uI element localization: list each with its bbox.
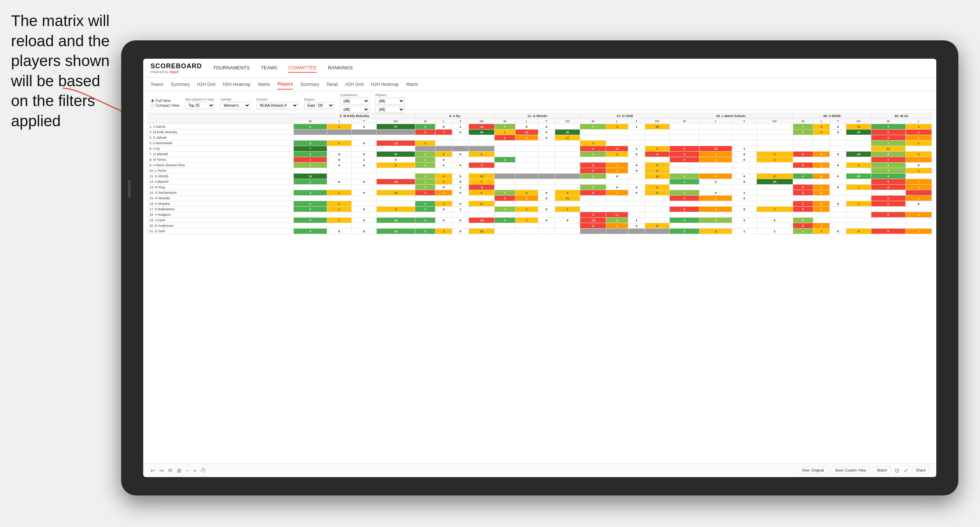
cell-r5-c18: 0 (732, 152, 757, 157)
sub-nav-teams[interactable]: Teams (151, 79, 163, 89)
cell-r3-c4: 1 (415, 141, 436, 146)
view-original-button[interactable]: View: Original (798, 467, 827, 474)
cell-r4-c3 (376, 146, 415, 152)
sh-w3: W (495, 119, 515, 124)
cell-r5-c0: 3 (294, 152, 327, 157)
cell-r18-c6 (452, 223, 469, 229)
cell-r9-c11 (555, 174, 580, 179)
undo-icon[interactable]: ↩ (151, 468, 155, 473)
sub-nav-h2h-heatmap2[interactable]: H2H Heatmap (371, 79, 399, 89)
cell-r4-c8 (495, 146, 515, 152)
cell-r10-c7: 4 (469, 179, 495, 184)
cell-r13-c7 (469, 195, 495, 201)
cell-r12-c6: 0 (452, 190, 469, 195)
cell-r4-c17: 25 (700, 146, 732, 152)
nav-committee[interactable]: COMMITTEE (288, 63, 317, 73)
sub-nav-players[interactable]: Players (277, 79, 293, 90)
cell-r5-c8 (495, 152, 515, 157)
sub-nav-summary[interactable]: Summary (171, 79, 189, 89)
players-select2[interactable]: (All) (375, 106, 405, 113)
cell-r3-c8 (495, 141, 515, 146)
cell-r6-c15 (645, 157, 669, 163)
cell-r15-c10: 0 (538, 206, 555, 212)
toolbar-icon2[interactable]: ⊡ (895, 468, 899, 473)
max-players-select[interactable]: Top 25 (185, 102, 215, 109)
cell-r3-c19 (756, 141, 793, 146)
sub-nav-matrix[interactable]: Matrix (258, 79, 270, 89)
cell-r17-c6: 0 (452, 217, 469, 223)
cell-r2-c0 (294, 135, 327, 141)
cell-r4-c16: 0 (669, 146, 699, 152)
sub-nav-h2h-grid2[interactable]: H2H Grid (345, 79, 364, 89)
cell-r8-c7 (469, 168, 495, 174)
player-name-2: 3. S Jelinek (148, 135, 294, 141)
nav-tournaments[interactable]: TOURNAMENTS (213, 63, 250, 73)
cell-r12-c4: 0 (415, 190, 436, 195)
cell-r7-c5: 0 (436, 163, 452, 168)
cell-r13-c20 (793, 195, 813, 201)
cell-r10-c19: 25 (756, 179, 793, 184)
cell-r10-c3: -58 (376, 179, 415, 184)
cell-r19-c1: 0 (327, 229, 352, 234)
sh-d5: Dif (756, 119, 793, 124)
cell-r13-c14 (628, 195, 645, 201)
gender-select[interactable]: Women's (220, 102, 250, 109)
sub-nav-matrix2[interactable]: Matrix (406, 79, 418, 89)
watch-button[interactable]: Watch (873, 467, 891, 474)
cell-r18-c4 (415, 223, 436, 229)
conference-select[interactable]: (All) (340, 98, 369, 105)
expand-icon[interactable]: ⤢ (904, 468, 908, 473)
cell-r9-c1 (327, 174, 352, 179)
cell-r18-c10 (538, 223, 555, 229)
nav-teams[interactable]: TEAMS (261, 63, 277, 73)
refresh-icon[interactable]: ⟳ (168, 468, 173, 473)
cell-r6-c24: 0 (871, 157, 906, 163)
cell-r10-c15 (645, 179, 669, 184)
region-select[interactable]: East - DII (304, 102, 334, 109)
cell-r15-c19: 7 (756, 206, 793, 212)
cell-r16-c9 (515, 212, 538, 217)
sub-nav-detail[interactable]: Detail (326, 79, 338, 89)
sub-nav-h2h-grid[interactable]: H2H Grid (197, 79, 216, 89)
cell-r9-c24: 4 (871, 174, 906, 179)
players-filter: Players (All) (All) (375, 93, 405, 113)
cell-r9-c13: 0 (606, 174, 628, 179)
cell-r13-c2 (352, 195, 377, 201)
zoom-in-icon[interactable]: + (193, 468, 196, 473)
cell-r14-c1: 1 (327, 201, 352, 206)
cell-r2-c9: 2 (515, 135, 538, 141)
cell-r18-c8 (495, 223, 515, 229)
sub-nav-summary2[interactable]: Summary (300, 79, 319, 89)
player-name-1: 2. M Kelly Mulcahy (148, 130, 294, 135)
nav-rankings[interactable]: RANKINGS (328, 63, 353, 73)
players-select[interactable]: (All) (375, 98, 405, 105)
cell-r5-c1: 0 (327, 152, 352, 157)
cell-r8-c19 (756, 168, 793, 174)
cell-r18-c19 (756, 223, 793, 229)
cell-r19-c22: 0 (830, 229, 846, 234)
cell-r10-c21 (813, 179, 829, 184)
sub-nav-h2h-heatmap[interactable]: H2H Heatmap (223, 79, 251, 89)
share-button[interactable]: Share (912, 467, 929, 474)
division-select[interactable]: NCAA Division II (256, 102, 298, 109)
cell-r6-c20 (793, 157, 813, 163)
compact-view-radio[interactable]: Compact View (151, 103, 179, 108)
cell-r18-c11 (555, 223, 580, 229)
cell-r6-c10 (538, 157, 555, 163)
main-content[interactable]: 2. M Kelly Mulcahy 6. A Dy 11. G Woods 2… (143, 110, 936, 463)
grid-icon[interactable]: ⊞ (177, 468, 181, 473)
cell-r4-c4 (415, 146, 436, 152)
conference-select2[interactable]: (All) (340, 106, 369, 113)
cell-r19-c7: 14 (469, 229, 495, 234)
cell-r4-c25 (906, 146, 932, 152)
cell-r8-c17 (700, 168, 732, 174)
cell-r19-c4: 2 (415, 229, 436, 234)
scoreboard-logo: SCOREBOARD Powered by clippd (151, 62, 202, 74)
timer-icon[interactable]: ⏱ (200, 468, 205, 473)
save-custom-button[interactable]: Save Custom View (832, 467, 869, 474)
cell-r6-c3: 0 (376, 157, 415, 163)
redo-icon[interactable]: ↪ (159, 468, 164, 473)
cell-r16-c2 (352, 212, 377, 217)
zoom-out-icon[interactable]: − (186, 468, 189, 473)
full-view-radio[interactable]: Full View (151, 99, 179, 103)
